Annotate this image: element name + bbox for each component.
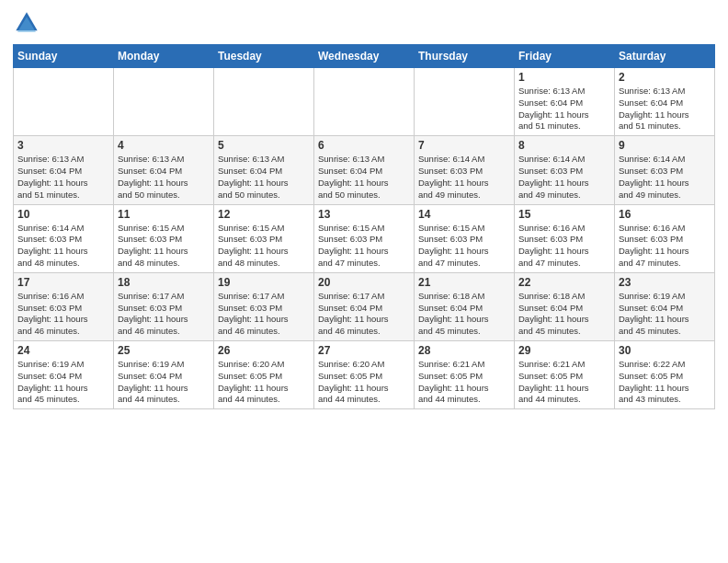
day-info: Sunrise: 6:14 AMSunset: 6:03 PMDaylight:… xyxy=(518,154,610,201)
logo xyxy=(13,9,44,37)
calendar-cell: 22Sunrise: 6:18 AMSunset: 6:04 PMDayligh… xyxy=(515,272,615,340)
day-number: 16 xyxy=(619,208,711,221)
calendar-cell: 13Sunrise: 6:15 AMSunset: 6:03 PMDayligh… xyxy=(314,204,415,272)
day-number: 10 xyxy=(17,208,109,221)
day-info: Sunrise: 6:13 AMSunset: 6:04 PMDaylight:… xyxy=(318,154,410,201)
day-number: 23 xyxy=(619,276,711,289)
calendar-cell: 20Sunrise: 6:17 AMSunset: 6:04 PMDayligh… xyxy=(314,272,415,340)
calendar-cell: 9Sunrise: 6:14 AMSunset: 6:03 PMDaylight… xyxy=(615,136,715,204)
day-info: Sunrise: 6:19 AMSunset: 6:04 PMDaylight:… xyxy=(17,359,109,406)
weekday-header: Friday xyxy=(515,45,615,68)
day-info: Sunrise: 6:14 AMSunset: 6:03 PMDaylight:… xyxy=(17,223,109,270)
day-info: Sunrise: 6:15 AMSunset: 6:03 PMDaylight:… xyxy=(218,223,310,270)
day-info: Sunrise: 6:20 AMSunset: 6:05 PMDaylight:… xyxy=(318,359,410,406)
calendar-cell: 18Sunrise: 6:17 AMSunset: 6:03 PMDayligh… xyxy=(114,272,214,340)
calendar-cell xyxy=(114,68,214,136)
calendar-cell: 12Sunrise: 6:15 AMSunset: 6:03 PMDayligh… xyxy=(214,204,314,272)
calendar-cell: 4Sunrise: 6:13 AMSunset: 6:04 PMDaylight… xyxy=(114,136,214,204)
day-number: 18 xyxy=(118,276,210,289)
calendar-cell: 26Sunrise: 6:20 AMSunset: 6:05 PMDayligh… xyxy=(214,341,314,409)
calendar-week-row: 10Sunrise: 6:14 AMSunset: 6:03 PMDayligh… xyxy=(14,204,715,272)
calendar-week-row: 1Sunrise: 6:13 AMSunset: 6:04 PMDaylight… xyxy=(14,68,715,136)
calendar-cell: 2Sunrise: 6:13 AMSunset: 6:04 PMDaylight… xyxy=(615,68,715,136)
day-number: 28 xyxy=(418,344,510,357)
calendar-cell: 15Sunrise: 6:16 AMSunset: 6:03 PMDayligh… xyxy=(515,204,615,272)
day-info: Sunrise: 6:13 AMSunset: 6:04 PMDaylight:… xyxy=(218,154,310,201)
day-number: 6 xyxy=(318,139,410,152)
day-number: 25 xyxy=(118,344,210,357)
calendar-cell xyxy=(314,68,415,136)
day-number: 14 xyxy=(418,208,510,221)
calendar-week-row: 24Sunrise: 6:19 AMSunset: 6:04 PMDayligh… xyxy=(14,341,715,409)
day-info: Sunrise: 6:17 AMSunset: 6:04 PMDaylight:… xyxy=(318,291,410,338)
calendar-cell: 29Sunrise: 6:21 AMSunset: 6:05 PMDayligh… xyxy=(515,341,615,409)
day-info: Sunrise: 6:17 AMSunset: 6:03 PMDaylight:… xyxy=(118,291,210,338)
day-info: Sunrise: 6:19 AMSunset: 6:04 PMDaylight:… xyxy=(619,291,711,338)
calendar-cell: 14Sunrise: 6:15 AMSunset: 6:03 PMDayligh… xyxy=(415,204,515,272)
calendar-cell: 16Sunrise: 6:16 AMSunset: 6:03 PMDayligh… xyxy=(615,204,715,272)
day-number: 11 xyxy=(118,208,210,221)
day-number: 15 xyxy=(518,208,610,221)
day-number: 21 xyxy=(418,276,510,289)
day-info: Sunrise: 6:14 AMSunset: 6:03 PMDaylight:… xyxy=(619,154,711,201)
day-number: 5 xyxy=(218,139,310,152)
calendar-cell: 28Sunrise: 6:21 AMSunset: 6:05 PMDayligh… xyxy=(415,341,515,409)
day-number: 30 xyxy=(619,344,711,357)
calendar-cell: 1Sunrise: 6:13 AMSunset: 6:04 PMDaylight… xyxy=(515,68,615,136)
weekday-header: Sunday xyxy=(14,45,114,68)
weekday-header: Monday xyxy=(114,45,214,68)
day-number: 17 xyxy=(17,276,109,289)
day-info: Sunrise: 6:21 AMSunset: 6:05 PMDaylight:… xyxy=(518,359,610,406)
header-row: SundayMondayTuesdayWednesdayThursdayFrid… xyxy=(14,45,715,68)
calendar-cell: 21Sunrise: 6:18 AMSunset: 6:04 PMDayligh… xyxy=(415,272,515,340)
day-number: 1 xyxy=(518,71,610,84)
calendar-cell: 25Sunrise: 6:19 AMSunset: 6:04 PMDayligh… xyxy=(114,341,214,409)
day-number: 24 xyxy=(17,344,109,357)
header xyxy=(13,9,715,37)
day-number: 9 xyxy=(619,139,711,152)
calendar-cell: 6Sunrise: 6:13 AMSunset: 6:04 PMDaylight… xyxy=(314,136,415,204)
day-info: Sunrise: 6:15 AMSunset: 6:03 PMDaylight:… xyxy=(118,223,210,270)
calendar-week-row: 17Sunrise: 6:16 AMSunset: 6:03 PMDayligh… xyxy=(14,272,715,340)
calendar-cell: 11Sunrise: 6:15 AMSunset: 6:03 PMDayligh… xyxy=(114,204,214,272)
calendar-cell: 5Sunrise: 6:13 AMSunset: 6:04 PMDaylight… xyxy=(214,136,314,204)
day-number: 22 xyxy=(518,276,610,289)
weekday-header: Thursday xyxy=(415,45,515,68)
calendar-cell xyxy=(14,68,114,136)
calendar-cell xyxy=(415,68,515,136)
day-info: Sunrise: 6:19 AMSunset: 6:04 PMDaylight:… xyxy=(118,359,210,406)
day-number: 7 xyxy=(418,139,510,152)
day-info: Sunrise: 6:15 AMSunset: 6:03 PMDaylight:… xyxy=(318,223,410,270)
day-info: Sunrise: 6:13 AMSunset: 6:04 PMDaylight:… xyxy=(619,86,711,132)
calendar-cell: 23Sunrise: 6:19 AMSunset: 6:04 PMDayligh… xyxy=(615,272,715,340)
day-info: Sunrise: 6:16 AMSunset: 6:03 PMDaylight:… xyxy=(17,291,109,338)
weekday-header: Wednesday xyxy=(314,45,415,68)
day-number: 29 xyxy=(518,344,610,357)
logo-icon xyxy=(13,9,40,37)
day-number: 27 xyxy=(318,344,410,357)
day-number: 4 xyxy=(118,139,210,152)
day-number: 2 xyxy=(619,71,711,84)
day-info: Sunrise: 6:18 AMSunset: 6:04 PMDaylight:… xyxy=(518,291,610,338)
day-info: Sunrise: 6:17 AMSunset: 6:03 PMDaylight:… xyxy=(218,291,310,338)
calendar-cell: 27Sunrise: 6:20 AMSunset: 6:05 PMDayligh… xyxy=(314,341,415,409)
day-info: Sunrise: 6:13 AMSunset: 6:04 PMDaylight:… xyxy=(518,86,610,132)
calendar-cell: 3Sunrise: 6:13 AMSunset: 6:04 PMDaylight… xyxy=(14,136,114,204)
day-info: Sunrise: 6:18 AMSunset: 6:04 PMDaylight:… xyxy=(418,291,510,338)
calendar-cell: 30Sunrise: 6:22 AMSunset: 6:05 PMDayligh… xyxy=(615,341,715,409)
calendar-cell: 17Sunrise: 6:16 AMSunset: 6:03 PMDayligh… xyxy=(14,272,114,340)
day-info: Sunrise: 6:22 AMSunset: 6:05 PMDaylight:… xyxy=(619,359,711,406)
day-number: 8 xyxy=(518,139,610,152)
calendar-cell: 19Sunrise: 6:17 AMSunset: 6:03 PMDayligh… xyxy=(214,272,314,340)
day-info: Sunrise: 6:20 AMSunset: 6:05 PMDaylight:… xyxy=(218,359,310,406)
calendar-cell: 8Sunrise: 6:14 AMSunset: 6:03 PMDaylight… xyxy=(515,136,615,204)
day-number: 20 xyxy=(318,276,410,289)
calendar-table: SundayMondayTuesdayWednesdayThursdayFrid… xyxy=(13,44,715,409)
page: SundayMondayTuesdayWednesdayThursdayFrid… xyxy=(0,0,728,563)
day-number: 19 xyxy=(218,276,310,289)
weekday-header: Saturday xyxy=(615,45,715,68)
day-number: 3 xyxy=(17,139,109,152)
day-info: Sunrise: 6:15 AMSunset: 6:03 PMDaylight:… xyxy=(418,223,510,270)
day-info: Sunrise: 6:16 AMSunset: 6:03 PMDaylight:… xyxy=(619,223,711,270)
calendar-cell xyxy=(214,68,314,136)
